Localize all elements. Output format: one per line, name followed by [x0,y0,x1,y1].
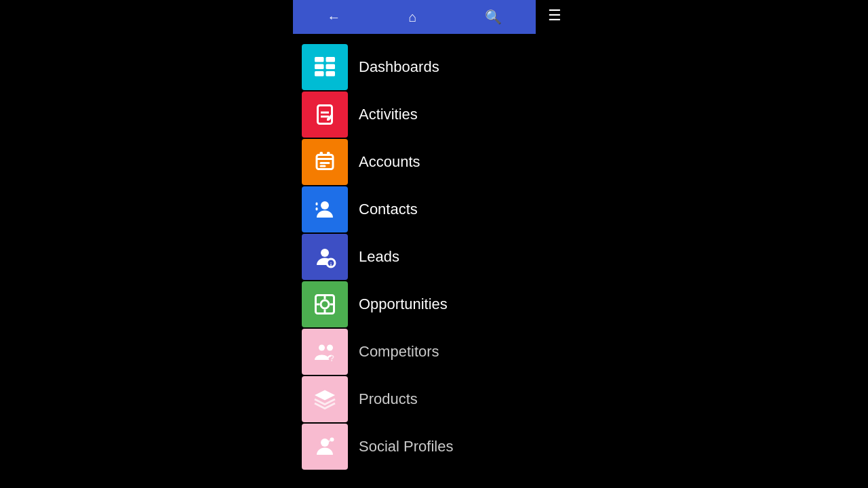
svg-rect-13 [320,165,326,167]
menu-item-opportunities[interactable]: Opportunities [302,281,453,327]
nav-bar: ← ⌂ 🔍 [293,0,536,34]
accounts-icon [313,150,337,174]
menu-item-competitors[interactable]: ? Competitors [302,329,453,375]
contacts-icon-box [302,186,348,232]
competitors-icon-box: ? [302,329,348,375]
svg-text:i: i [330,262,332,268]
contacts-label: Contacts [359,201,418,218]
svg-rect-3 [326,64,336,70]
menu-item-social-profiles[interactable]: Social Profiles [302,424,453,470]
svg-point-30 [330,438,334,442]
svg-rect-15 [316,203,318,206]
svg-point-14 [321,201,329,209]
svg-rect-16 [316,207,318,211]
social-profiles-label: Social Profiles [359,438,453,455]
activities-label: Activities [359,106,418,123]
dashboards-icon-box [302,44,348,90]
opportunities-icon [313,292,337,317]
accounts-label: Accounts [359,153,420,171]
svg-rect-12 [320,162,330,164]
menu-item-leads[interactable]: i Leads [302,234,453,280]
menu-item-contacts[interactable]: Contacts [302,186,453,232]
social-profiles-icon-box [302,424,348,470]
menu-item-dashboards[interactable]: Dashboards [302,44,453,90]
svg-text:?: ? [330,354,334,363]
menu-item-products[interactable]: Products [302,376,453,422]
home-icon[interactable]: ⌂ [408,9,416,25]
svg-point-21 [321,300,329,308]
menu-item-activities[interactable]: Activities [302,92,453,138]
activities-icon [313,102,337,127]
opportunities-label: Opportunities [359,296,448,313]
products-icon-box [302,376,348,422]
svg-rect-1 [326,57,336,62]
accounts-icon-box [302,139,348,185]
svg-rect-11 [327,152,330,156]
svg-rect-6 [318,106,332,124]
back-icon[interactable]: ← [327,9,340,25]
leads-label: Leads [359,248,399,266]
dashboards-label: Dashboards [359,58,439,76]
svg-rect-10 [320,152,323,156]
competitors-label: Competitors [359,343,439,361]
products-icon [313,387,337,411]
leads-icon-box: i [302,234,348,280]
activities-icon-box [302,92,348,138]
search-icon[interactable]: 🔍 [485,9,502,25]
leads-icon: i [313,245,337,269]
svg-point-27 [327,345,333,351]
svg-point-26 [319,345,325,351]
svg-rect-0 [315,57,324,62]
svg-rect-4 [315,71,324,77]
svg-rect-2 [315,64,324,70]
opportunities-icon-box [302,281,348,327]
dashboards-icon [313,55,337,79]
social-profiles-icon [313,434,337,459]
hamburger-icon[interactable]: ☰ [548,7,561,24]
menu-list: Dashboards Activities [302,44,453,471]
competitors-icon: ? [313,340,337,364]
menu-item-accounts[interactable]: Accounts [302,139,453,185]
products-label: Products [359,390,418,408]
svg-point-17 [321,249,329,257]
svg-rect-5 [326,71,336,77]
contacts-icon [313,197,337,222]
